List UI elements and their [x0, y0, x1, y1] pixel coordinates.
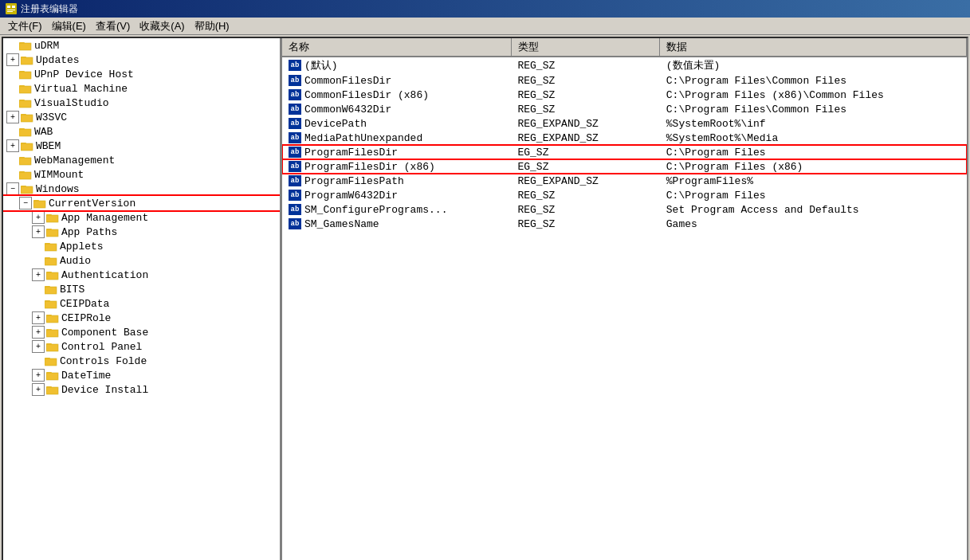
table-row-mediapathunexpanded[interactable]: abMediaPathUnexpandedREG_EXPAND_SZ%Syste… — [282, 131, 967, 145]
svg-rect-0 — [6, 3, 17, 14]
name-cell-devicepath: abDevicePath — [282, 116, 511, 131]
tree-item-wimmount[interactable]: WIMMount — [3, 167, 280, 182]
table-row-commonfilesdir[interactable]: abCommonFilesDirREG_SZC:\Program Files\C… — [282, 73, 967, 88]
tree-item-datetime[interactable]: + DateTime — [3, 368, 280, 382]
svg-rect-8 — [21, 57, 33, 65]
expand-btn-windows[interactable]: − — [6, 182, 19, 195]
registry-panel[interactable]: 名称 类型 数据 ab(默认)REG_SZ(数值未置)abCommonFiles… — [282, 38, 967, 560]
tree-item-visualstudio[interactable]: VisualStudio — [3, 96, 280, 110]
tree-item-currentversion[interactable]: − CurrentVersion — [3, 196, 280, 210]
type-cell-default: REG_SZ — [511, 57, 659, 73]
data-cell-programfilesdir: C:\Program Files — [660, 145, 967, 159]
folder-icon-webmanagement — [19, 155, 32, 166]
table-row-programfilesdir[interactable]: abProgramFilesDirEG_SZC:\Program Files — [282, 145, 967, 159]
tree-item-label-webmanagement: WebManagement — [34, 155, 115, 166]
tree-item-authentication[interactable]: + Authentication — [3, 268, 280, 282]
expand-btn-currentversion[interactable]: − — [19, 197, 32, 210]
tree-item-ceipdata[interactable]: CEIPData — [3, 296, 280, 311]
tree-item-label-componentbase: Component Base — [61, 327, 148, 339]
svg-rect-17 — [19, 100, 31, 108]
tree-item-label-windows: Windows — [36, 183, 80, 195]
table-row-programw6432dir[interactable]: abProgramW6432DirREG_SZC:\Program Files — [282, 188, 967, 202]
svg-rect-20 — [21, 115, 33, 122]
tree-item-label-audio: Audio — [60, 255, 91, 267]
tree-item-label-upnp: UPnP Device Host — [34, 69, 134, 80]
expand-btn-updates[interactable]: + — [6, 53, 19, 66]
tree-item-label-currentversion: CurrentVersion — [49, 198, 135, 210]
svg-rect-23 — [19, 129, 31, 136]
tree-item-udrm[interactable]: uDRM — [3, 38, 280, 53]
tree-item-upnp[interactable]: UPnP Device Host — [3, 67, 280, 81]
table-row-devicepath[interactable]: abDevicePathREG_EXPAND_SZ%SystemRoot%\in… — [282, 116, 967, 131]
menu-favorites[interactable]: 收藏夹(A) — [135, 18, 189, 35]
folder-icon-apppaths — [46, 226, 59, 237]
type-cell-smgamesname: REG_SZ — [511, 217, 659, 231]
folder-icon-authentication — [46, 269, 59, 280]
svg-rect-3 — [7, 10, 15, 10]
folder-icon-appmanagement — [46, 212, 59, 223]
table-row-programfilesdir86[interactable]: abProgramFilesDir (x86)EG_SZC:\Program F… — [282, 159, 967, 174]
expand-btn-w3svc[interactable]: + — [6, 111, 19, 123]
name-cell-smconfigureprograms: abSM_ConfigurePrograms... — [282, 202, 511, 217]
tree-item-audio[interactable]: Audio — [3, 253, 280, 268]
tree-item-ceiprole[interactable]: + CEIPRole — [3, 311, 280, 325]
table-row-default[interactable]: ab(默认)REG_SZ(数值未置) — [282, 57, 967, 73]
col-data-header: 数据 — [660, 38, 967, 57]
tree-item-w3svc[interactable]: + W3SVC — [3, 110, 280, 124]
table-row-smconfigureprograms[interactable]: abSM_ConfigurePrograms...REG_SZSet Progr… — [282, 202, 967, 217]
expand-btn-controlpanel[interactable]: + — [32, 340, 45, 353]
svg-rect-5 — [19, 43, 31, 50]
tree-item-appmanagement[interactable]: + App Management — [3, 210, 280, 225]
tree-item-controlpanel[interactable]: + Control Panel — [3, 339, 280, 354]
tree-item-apppaths[interactable]: + App Paths — [3, 225, 280, 239]
tree-item-webmanagement[interactable]: WebManagement — [3, 153, 280, 167]
tree-item-updates[interactable]: + Updates — [3, 53, 280, 67]
data-cell-commonfilesdir86: C:\Program Files (x86)\Common Files — [660, 88, 967, 102]
name-text-programfilespath: ProgramFilesPath — [304, 175, 404, 187]
type-cell-programfilespath: REG_EXPAND_SZ — [511, 174, 659, 188]
table-row-commonw6432dir[interactable]: abCommonW6432DirREG_SZC:\Program Files\C… — [282, 102, 967, 116]
tree-item-label-applets: Applets — [60, 241, 104, 253]
tree-item-deviceinstall[interactable]: + Device Install — [3, 382, 280, 397]
folder-icon-bits — [45, 284, 57, 295]
svg-rect-53 — [46, 272, 58, 280]
table-row-commonfilesdir86[interactable]: abCommonFilesDir (x86)REG_SZC:\Program F… — [282, 88, 967, 102]
svg-rect-32 — [19, 172, 31, 179]
tree-item-applets[interactable]: Applets — [3, 239, 280, 253]
ab-icon-smgamesname: ab — [289, 218, 301, 229]
expand-btn-datetime[interactable]: + — [32, 369, 45, 382]
expand-btn-wbem[interactable]: + — [6, 139, 19, 152]
tree-item-wab[interactable]: WAB — [3, 124, 280, 139]
folder-icon-wbem — [21, 140, 33, 151]
tree-item-componentbase[interactable]: + Component Base — [3, 325, 280, 339]
expand-btn-deviceinstall[interactable]: + — [32, 383, 45, 396]
expand-btn-appmanagement[interactable]: + — [32, 211, 45, 224]
name-text-smconfigureprograms: SM_ConfigurePrograms... — [304, 204, 447, 216]
tree-item-virtual[interactable]: Virtual Machine — [3, 81, 280, 96]
menu-help[interactable]: 帮助(H) — [190, 18, 234, 35]
tree-item-bits[interactable]: BITS — [3, 282, 280, 296]
tree-item-controlsfolder[interactable]: Controls Folde — [3, 354, 280, 368]
tree-panel[interactable]: uDRM+ Updates UPnP Device Host Virtual M… — [3, 38, 282, 560]
expand-btn-componentbase[interactable]: + — [32, 326, 45, 339]
svg-rect-59 — [45, 301, 57, 308]
tree-item-wbem[interactable]: + WBEM — [3, 139, 280, 153]
name-text-programfilesdir: ProgramFilesDir — [304, 147, 398, 159]
name-cell-mediapathunexpanded: abMediaPathUnexpanded — [282, 131, 511, 145]
expand-btn-authentication[interactable]: + — [32, 268, 45, 281]
expand-btn-ceiprole[interactable]: + — [32, 311, 45, 324]
menu-bar: 文件(F)编辑(E)查看(V)收藏夹(A)帮助(H) — [0, 18, 970, 35]
table-row-programfilespath[interactable]: abProgramFilesPathREG_EXPAND_SZ%ProgramF… — [282, 174, 967, 188]
data-cell-smgamesname: Games — [660, 217, 967, 231]
folder-icon-controlpanel — [46, 341, 59, 352]
tree-item-windows[interactable]: − Windows — [3, 182, 280, 196]
expand-btn-apppaths[interactable]: + — [32, 225, 45, 238]
menu-edit[interactable]: 编辑(E) — [47, 18, 91, 35]
table-header-row: 名称 类型 数据 — [282, 38, 967, 57]
menu-file[interactable]: 文件(F) — [3, 18, 47, 35]
tree-item-label-updates: Updates — [36, 54, 80, 66]
type-cell-smconfigureprograms: REG_SZ — [511, 202, 659, 217]
folder-icon-datetime — [46, 370, 59, 381]
menu-view[interactable]: 查看(V) — [91, 18, 135, 35]
table-row-smgamesname[interactable]: abSM_GamesNameREG_SZGames — [282, 217, 967, 231]
